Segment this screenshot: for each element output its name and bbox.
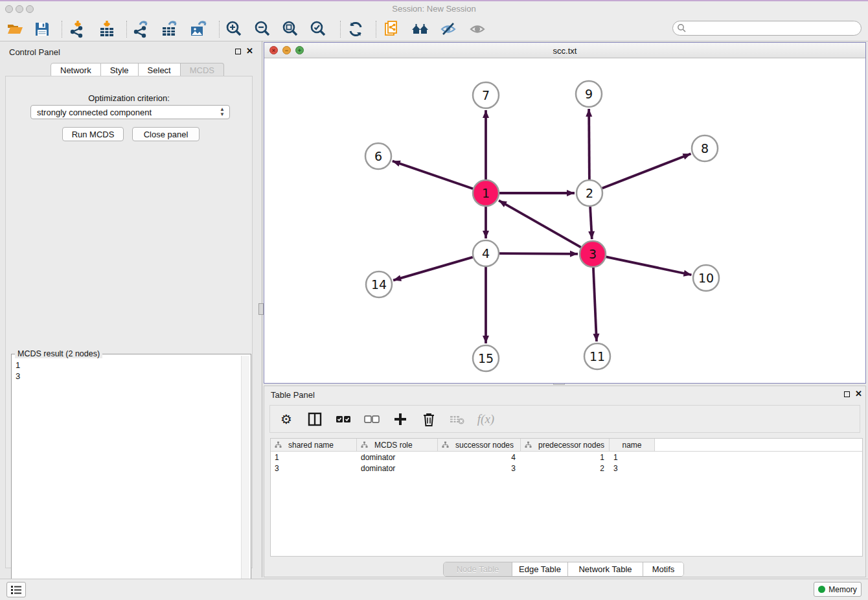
export-network-icon[interactable] bbox=[130, 19, 153, 40]
column-header-name[interactable]: name bbox=[610, 439, 655, 451]
tab-edge-table[interactable]: Edge Table bbox=[512, 562, 568, 576]
control-panel-close-icon[interactable]: ✕ bbox=[246, 48, 253, 54]
network-canvas[interactable]: 7968124314101511 bbox=[264, 58, 865, 383]
cell-shared-name[interactable]: 3 bbox=[271, 463, 357, 474]
table-panel: Table Panel ✕ ⚙ bbox=[264, 386, 866, 577]
cell-mcds-role[interactable]: dominator bbox=[357, 463, 438, 474]
control-panel-float-icon[interactable] bbox=[235, 49, 241, 54]
memory-button[interactable]: Memory bbox=[814, 582, 862, 597]
control-panel-title: Control Panel bbox=[9, 47, 60, 57]
graph-node-label-1: 1 bbox=[482, 186, 490, 200]
add-row-icon[interactable] bbox=[391, 410, 410, 429]
network-from-file-icon[interactable] bbox=[380, 19, 404, 40]
table-options-icon[interactable]: ⚙ bbox=[277, 410, 296, 429]
cell-shared-name[interactable]: 1 bbox=[271, 452, 357, 463]
tab-motifs[interactable]: Motifs bbox=[643, 562, 683, 576]
delete-row-icon[interactable] bbox=[419, 410, 439, 429]
graph-node-label-3: 3 bbox=[589, 247, 597, 261]
close-panel-button[interactable]: Close panel bbox=[132, 127, 200, 141]
column-sort-icon bbox=[361, 441, 368, 448]
graph-node-label-4: 4 bbox=[482, 246, 490, 260]
tab-node-table[interactable]: Node Table bbox=[444, 562, 512, 576]
save-session-icon[interactable] bbox=[30, 19, 54, 40]
application-window: Session: New Session bbox=[0, 0, 868, 600]
graph-edge-3-11[interactable] bbox=[593, 268, 597, 341]
table-panel-float-icon[interactable] bbox=[844, 391, 850, 397]
toolbar-separator bbox=[340, 21, 341, 38]
show-columns-icon[interactable] bbox=[305, 410, 325, 429]
table-panel-close-icon[interactable]: ✕ bbox=[855, 391, 862, 397]
apply-layout-icon[interactable] bbox=[344, 19, 367, 40]
graph-node-label-15: 15 bbox=[478, 351, 494, 365]
node-table-header: shared name MCDS role bbox=[271, 439, 862, 452]
zoom-fit-icon[interactable] bbox=[279, 19, 303, 40]
criterion-value: strongly connected component bbox=[37, 108, 152, 117]
column-header-shared-name[interactable]: shared name bbox=[271, 439, 357, 451]
cell-successor-nodes[interactable]: 4 bbox=[438, 452, 521, 463]
graph-node-label-2: 2 bbox=[586, 186, 593, 200]
mcds-result-text[interactable]: 1 3 bbox=[16, 360, 20, 382]
graph-edge-4-14[interactable] bbox=[393, 257, 473, 281]
export-image-icon[interactable] bbox=[187, 19, 210, 40]
network-window-titlebar[interactable]: × − + scc.txt bbox=[264, 43, 865, 58]
graph-node-label-6: 6 bbox=[374, 149, 382, 163]
hide-graphics-details-icon[interactable] bbox=[437, 19, 460, 40]
toolbar-separator bbox=[376, 21, 376, 38]
cell-predecessor-nodes[interactable]: 2 bbox=[521, 463, 610, 474]
graph-edge-2-3[interactable] bbox=[590, 207, 592, 239]
memory-label: Memory bbox=[828, 585, 856, 594]
cell-successor-nodes[interactable]: 3 bbox=[438, 463, 521, 474]
graph-edge-4-3[interactable] bbox=[499, 253, 578, 254]
window-titlebar: Session: New Session bbox=[0, 0, 868, 19]
search-box[interactable] bbox=[672, 21, 862, 36]
vertical-splitter-grip[interactable] bbox=[258, 303, 264, 315]
zoom-selected-icon[interactable] bbox=[307, 19, 330, 40]
function-builder-icon[interactable]: f(x) bbox=[476, 410, 496, 429]
criterion-select[interactable]: strongly connected component ▲▼ bbox=[30, 105, 230, 119]
open-session-icon[interactable] bbox=[3, 19, 27, 40]
import-network-icon[interactable] bbox=[66, 19, 89, 40]
select-all-icon[interactable] bbox=[334, 410, 353, 429]
control-panel: Control Panel ✕ Network Style Select MCD… bbox=[1, 42, 257, 571]
show-graphics-details-icon[interactable] bbox=[466, 19, 489, 40]
cell-predecessor-nodes[interactable]: 1 bbox=[521, 452, 610, 463]
column-header-successor-nodes[interactable]: successor nodes bbox=[438, 439, 521, 451]
zoom-out-icon[interactable] bbox=[251, 19, 275, 40]
export-table-icon[interactable] bbox=[158, 19, 181, 40]
cell-mcds-role[interactable]: dominator bbox=[357, 452, 438, 463]
run-mcds-button[interactable]: Run MCDS bbox=[62, 127, 124, 141]
graph-edge-1-6[interactable] bbox=[393, 161, 473, 189]
mcds-result-title: MCDS result (2 nodes) bbox=[15, 349, 102, 358]
delete-table-icon[interactable] bbox=[448, 410, 467, 429]
network-graph[interactable]: 7968124314101511 bbox=[264, 58, 865, 383]
tab-network-table[interactable]: Network Table bbox=[568, 562, 643, 576]
column-header-predecessor-nodes[interactable]: predecessor nodes bbox=[521, 439, 610, 451]
node-table: shared name MCDS role bbox=[270, 438, 863, 557]
graph-node-label-9: 9 bbox=[585, 87, 593, 101]
cell-name[interactable]: 3 bbox=[610, 463, 655, 474]
table-row[interactable]: 1 dominator 4 1 1 bbox=[271, 452, 862, 463]
mcds-result-value: 1 bbox=[16, 360, 20, 371]
zoom-in-icon[interactable] bbox=[223, 19, 246, 40]
import-table-icon[interactable] bbox=[95, 19, 119, 40]
deselect-all-icon[interactable] bbox=[362, 410, 382, 429]
toolbar-separator bbox=[62, 21, 62, 38]
graph-edge-3-1[interactable] bbox=[499, 200, 581, 247]
task-history-button[interactable] bbox=[6, 582, 26, 597]
graph-edge-2-9[interactable] bbox=[589, 109, 589, 179]
column-sort-icon bbox=[442, 441, 449, 448]
table-row[interactable]: 3 dominator 3 2 3 bbox=[271, 463, 862, 474]
table-panel-title: Table Panel bbox=[271, 390, 315, 400]
home-icon[interactable] bbox=[409, 19, 432, 40]
select-stepper-icon: ▲▼ bbox=[220, 107, 225, 117]
graph-edge-2-8[interactable] bbox=[602, 154, 691, 188]
mcds-result-scrollbar[interactable] bbox=[241, 356, 249, 595]
column-header-mcds-role[interactable]: MCDS role bbox=[357, 439, 438, 451]
window-top-border bbox=[0, 0, 868, 1]
graph-edge-3-10[interactable] bbox=[606, 257, 692, 275]
cell-name[interactable]: 1 bbox=[610, 452, 655, 463]
toolbar-separator bbox=[219, 21, 220, 38]
toolbar-separator bbox=[126, 21, 127, 38]
search-icon bbox=[677, 23, 687, 33]
search-input[interactable] bbox=[687, 23, 861, 34]
